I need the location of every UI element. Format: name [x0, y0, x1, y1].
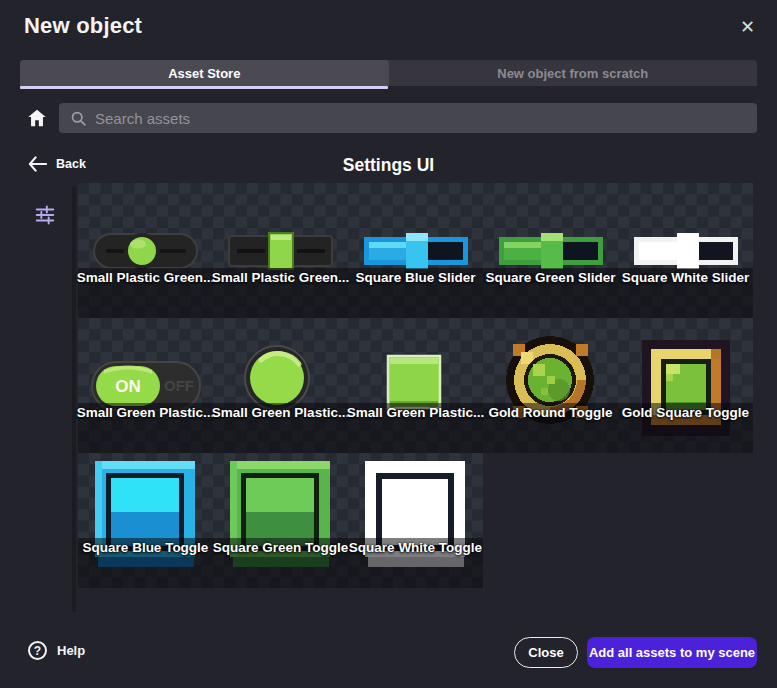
- svg-text:ON: ON: [115, 377, 141, 396]
- svg-text:OFF: OFF: [164, 377, 194, 394]
- asset-label: Square White Toggle: [338, 540, 493, 555]
- help-label: Help: [57, 643, 85, 658]
- asset-grid: Small Plastic Green...Small Plastic Gree…: [78, 183, 753, 588]
- home-icon[interactable]: [26, 107, 48, 129]
- asset-label: Small Green Plastic...: [338, 405, 493, 420]
- asset-label: Square Green Toggle: [203, 540, 358, 555]
- asset-tile[interactable]: ONOFFSmall Green Plastic...: [78, 318, 213, 453]
- search-bar: [59, 103, 757, 133]
- section-title: Settings UI: [0, 155, 777, 176]
- add-all-button[interactable]: Add all assets to my scene: [587, 637, 757, 668]
- tab-asset-store[interactable]: Asset Store: [20, 60, 389, 86]
- tab-new-object-from-scratch[interactable]: New object from scratch: [389, 60, 758, 86]
- dialog-title: New object: [24, 13, 142, 39]
- asset-tile[interactable]: Gold Round Toggle: [483, 318, 618, 453]
- help-icon: ?: [28, 641, 47, 660]
- help-button[interactable]: ? Help: [28, 641, 85, 660]
- filter-icon[interactable]: [34, 204, 56, 226]
- asset-label: Square Blue Toggle: [68, 540, 223, 555]
- asset-label: Small Green Plastic...: [68, 405, 223, 420]
- close-button[interactable]: Close: [514, 637, 578, 668]
- asset-tile[interactable]: Gold Square Toggle: [618, 318, 753, 453]
- asset-label: Small Plastic Green...: [203, 270, 358, 285]
- asset-tile[interactable]: Square White Toggle: [348, 453, 483, 588]
- asset-label: Gold Square Toggle: [608, 405, 763, 420]
- asset-tile[interactable]: Small Green Plastic...: [348, 318, 483, 453]
- asset-tile[interactable]: Square Blue Toggle: [78, 453, 213, 588]
- tab-bar: Asset Store New object from scratch: [20, 60, 757, 86]
- asset-label: Square Green Slider: [473, 270, 628, 285]
- asset-tile[interactable]: Small Green Plastic...: [213, 318, 348, 453]
- asset-label: Square Blue Slider: [338, 270, 493, 285]
- back-arrow-icon: [28, 156, 47, 172]
- search-input[interactable]: [95, 110, 695, 127]
- asset-tile[interactable]: Square White Slider: [618, 183, 753, 318]
- asset-label: Square White Slider: [608, 270, 763, 285]
- asset-label: Gold Round Toggle: [473, 405, 628, 420]
- back-label: Back: [56, 157, 86, 171]
- asset-tile[interactable]: Square Blue Slider: [348, 183, 483, 318]
- active-tab-underline: [20, 86, 388, 89]
- back-button[interactable]: Back: [28, 156, 86, 172]
- new-object-dialog: New object ✕ Asset Store New object from…: [0, 0, 777, 688]
- close-icon[interactable]: ✕: [740, 16, 755, 38]
- asset-tile[interactable]: Square Green Slider: [483, 183, 618, 318]
- asset-label: Small Green Plastic...: [203, 405, 358, 420]
- asset-tile[interactable]: Square Green Toggle: [213, 453, 348, 588]
- asset-label: Small Plastic Green...: [68, 270, 223, 285]
- asset-tile[interactable]: Small Plastic Green...: [213, 183, 348, 318]
- search-icon: [70, 110, 87, 127]
- asset-tile[interactable]: Small Plastic Green...: [78, 183, 213, 318]
